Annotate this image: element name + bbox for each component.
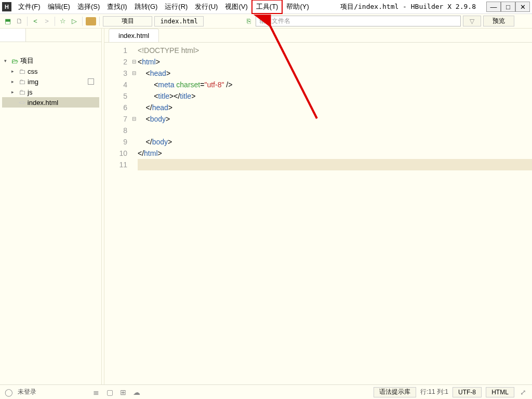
- menu-release[interactable]: 发行(U): [191, 1, 221, 13]
- code-area[interactable]: <!DOCTYPE html><html> <head> <meta chars…: [138, 43, 532, 384]
- toolbar: ⬒ 🗋 < > ☆ ▷ 项目 index.html ⎘ 输入文件名 ▽ 预览: [0, 14, 532, 29]
- breadcrumb-project[interactable]: 项目: [103, 16, 152, 26]
- menu-run[interactable]: 运行(R): [161, 1, 191, 13]
- cursor-position: 行:11 列:1: [420, 388, 448, 396]
- run-icon[interactable]: ▷: [70, 17, 79, 26]
- window-controls: — □ ✕: [486, 2, 530, 12]
- expand-icon[interactable]: ⤢: [518, 388, 528, 397]
- menu-tools[interactable]: 工具(T): [251, 0, 283, 14]
- list-icon[interactable]: ≣: [91, 388, 101, 397]
- new-file-icon[interactable]: ⬒: [3, 17, 12, 26]
- window-title: 项目/index.html - HBuilder X 2.9.8: [340, 2, 476, 11]
- encoding-button[interactable]: UTF-8: [453, 387, 482, 397]
- sidebar-tabs: [0, 29, 101, 42]
- sidebar-tab-1[interactable]: [0, 29, 26, 42]
- tree-file-index[interactable]: <> index.html: [2, 97, 99, 108]
- star-icon[interactable]: ☆: [58, 17, 68, 26]
- tree-label: 项目: [20, 56, 34, 65]
- preview-button[interactable]: 预览: [483, 16, 514, 26]
- statusbar: ◯ 未登录 ≣ ▢ ⊞ ☁ 语法提示库 行:11 列:1 UTF-8 HTML …: [0, 384, 532, 399]
- back-icon[interactable]: <: [31, 17, 40, 26]
- terminal-icon[interactable]: ▢: [105, 388, 114, 397]
- breadcrumb-file[interactable]: index.html: [154, 16, 204, 26]
- save-icon[interactable]: 🗋: [15, 17, 24, 26]
- tree-folder-js[interactable]: ▸ 🗀 js: [2, 87, 99, 97]
- login-status[interactable]: 未登录: [18, 388, 36, 396]
- editor: index.html 1234567891011 ⊟⊟⊟ <!DOCTYPE h…: [104, 29, 532, 384]
- checkbox-icon[interactable]: [88, 78, 94, 85]
- editor-tabs: index.html: [104, 29, 532, 43]
- menubar: H 文件(F) 编辑(E) 选择(S) 查找(I) 跳转(G) 运行(R) 发行…: [0, 0, 532, 14]
- menu-view[interactable]: 视图(V): [221, 1, 251, 13]
- tree-folder-img[interactable]: ▸ 🗀 img: [2, 76, 99, 87]
- editor-tab-index[interactable]: index.html: [109, 29, 159, 42]
- line-gutter: 1234567891011: [104, 43, 130, 384]
- sidebar: ▾ 🗁 项目 ▸ 🗀 css ▸ 🗀 img ▸ 🗀 js <>: [0, 29, 101, 384]
- menu-goto[interactable]: 跳转(G): [131, 1, 162, 13]
- tree-folder-css[interactable]: ▸ 🗀 css: [2, 66, 99, 76]
- tree-label: index.html: [28, 99, 58, 107]
- folder-icon[interactable]: [86, 17, 96, 25]
- filter-button[interactable]: ▽: [463, 16, 481, 26]
- chevron-right-icon: ▸: [11, 79, 17, 84]
- folder-icon: 🗀: [19, 68, 25, 75]
- user-icon[interactable]: ◯: [4, 388, 14, 397]
- menu-edit[interactable]: 编辑(E): [44, 1, 74, 13]
- chevron-down-icon: ▾: [4, 58, 9, 63]
- chevron-right-icon: ▸: [11, 89, 17, 95]
- tree-root[interactable]: ▾ 🗁 项目: [2, 56, 99, 66]
- menu-file[interactable]: 文件(F): [15, 1, 44, 13]
- editor-body[interactable]: 1234567891011 ⊟⊟⊟ <!DOCTYPE html><html> …: [104, 43, 532, 384]
- tree-label: img: [28, 78, 38, 86]
- minimize-button[interactable]: —: [486, 2, 501, 12]
- folder-icon: 🗀: [19, 88, 25, 96]
- tree-label: css: [28, 68, 38, 75]
- forward-icon[interactable]: >: [42, 17, 51, 26]
- file-tree: ▾ 🗁 项目 ▸ 🗀 css ▸ 🗀 img ▸ 🗀 js <>: [0, 42, 101, 110]
- maximize-button[interactable]: □: [501, 2, 515, 12]
- menu-find[interactable]: 查找(I): [103, 1, 130, 13]
- menu-select[interactable]: 选择(S): [74, 1, 103, 13]
- file-search-input[interactable]: 输入文件名: [256, 16, 461, 26]
- cloud-icon[interactable]: ☁: [132, 388, 141, 397]
- layout-icon[interactable]: ⊞: [118, 388, 128, 397]
- file-icon: <>: [19, 99, 25, 105]
- locate-icon[interactable]: ⎘: [244, 17, 254, 26]
- app-icon: H: [2, 2, 11, 11]
- fold-column: ⊟⊟⊟: [130, 43, 138, 384]
- language-button[interactable]: HTML: [486, 387, 514, 397]
- folder-icon: 🗀: [19, 78, 25, 86]
- chevron-right-icon: ▸: [11, 69, 17, 74]
- close-button[interactable]: ✕: [515, 2, 530, 12]
- menu-help[interactable]: 帮助(Y): [283, 1, 312, 13]
- syntax-button[interactable]: 语法提示库: [374, 387, 416, 397]
- folder-open-icon: 🗁: [11, 57, 18, 65]
- main-area: ▾ 🗁 项目 ▸ 🗀 css ▸ 🗀 img ▸ 🗀 js <>: [0, 29, 532, 384]
- tree-label: js: [28, 88, 32, 96]
